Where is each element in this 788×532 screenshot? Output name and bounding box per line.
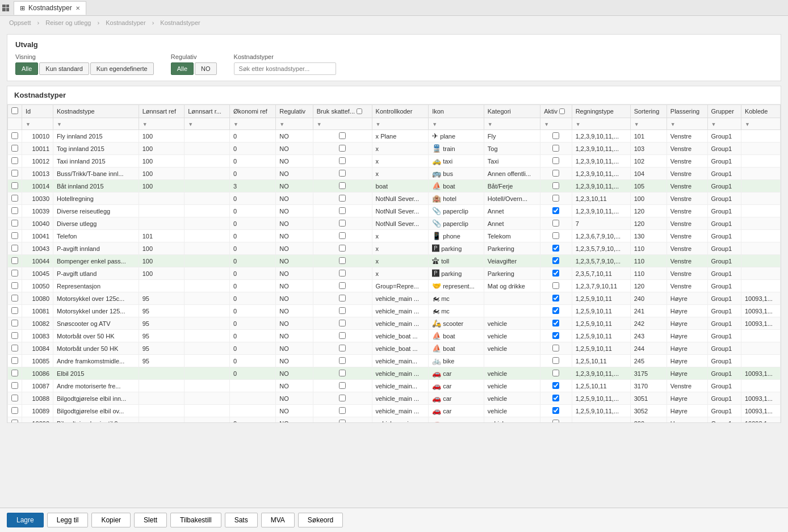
th-kategori[interactable]: Kategori <box>484 105 540 118</box>
row-bruk[interactable] <box>313 392 372 405</box>
table-row[interactable]: 10090 Bilgodtgjørelse inntil 9... 0 NO v… <box>8 417 781 423</box>
row-checkbox[interactable] <box>11 132 18 139</box>
select-all-checkbox[interactable] <box>11 107 18 114</box>
row-checkbox[interactable] <box>11 357 18 364</box>
row-checkbox-cell[interactable] <box>8 292 22 305</box>
row-checkbox[interactable] <box>11 170 18 177</box>
row-checkbox[interactable] <box>11 245 18 252</box>
btn-kun-egendefinerte[interactable]: Kun egendefinerte <box>90 62 154 75</box>
row-bruk[interactable] <box>313 192 372 205</box>
row-checkbox-cell[interactable] <box>8 242 22 255</box>
row-aktiv[interactable] <box>540 380 572 392</box>
th-plassering[interactable]: Plassering <box>667 105 707 118</box>
close-icon[interactable]: ✕ <box>76 5 80 11</box>
row-checkbox-cell[interactable] <box>8 392 22 405</box>
row-checkbox[interactable] <box>11 320 18 326</box>
table-row[interactable]: 10089 Bilgodtgjørelse elbil ov... NO veh… <box>8 405 781 417</box>
table-row[interactable]: 10088 Bilgodtgjørelse elbil inn... NO ve… <box>8 392 781 405</box>
th-regulativ[interactable]: Regulativ <box>276 105 313 118</box>
row-aktiv[interactable] <box>540 292 572 305</box>
row-checkbox-cell[interactable] <box>8 405 22 417</box>
row-checkbox-cell[interactable] <box>8 130 22 143</box>
btn-alle-reg[interactable]: Alle <box>171 62 194 75</box>
table-row[interactable]: 10011 Tog innland 2015 100 0 NO x 🚆 trai… <box>8 143 781 155</box>
row-checkbox-cell[interactable] <box>8 330 22 342</box>
table-row[interactable]: 10083 Motorbåt over 50 HK 95 0 NO vehicl… <box>8 330 781 342</box>
row-checkbox-cell[interactable] <box>8 280 22 292</box>
th-lonnsart-ref[interactable]: Lønnsart ref <box>139 105 185 118</box>
row-aktiv[interactable] <box>540 167 572 180</box>
th-kontrollkoder[interactable]: Kontrollkoder <box>372 105 429 118</box>
row-aktiv[interactable] <box>540 255 572 267</box>
row-checkbox-cell[interactable] <box>8 230 22 242</box>
search-input[interactable] <box>234 62 336 75</box>
row-bruk[interactable] <box>313 267 372 280</box>
row-bruk[interactable] <box>313 330 372 342</box>
row-aktiv[interactable] <box>540 367 572 380</box>
table-row[interactable]: 10010 Fly innland 2015 100 0 NO x Plane … <box>8 130 781 143</box>
row-bruk[interactable] <box>313 342 372 355</box>
row-checkbox[interactable] <box>11 145 18 152</box>
th-okonomi-ref[interactable]: Økonomi ref <box>230 105 276 118</box>
row-checkbox-cell[interactable] <box>8 342 22 355</box>
row-aktiv[interactable] <box>540 217 572 230</box>
row-aktiv[interactable] <box>540 305 572 317</box>
row-checkbox[interactable] <box>11 207 18 214</box>
table-row[interactable]: 10044 Bompenger enkel pass... 100 0 NO x… <box>8 255 781 267</box>
row-checkbox[interactable] <box>11 295 18 301</box>
row-bruk[interactable] <box>313 205 372 217</box>
row-checkbox[interactable] <box>11 232 18 239</box>
tab-kostnadstyper[interactable]: ⊞ Kostnadstyper ✕ <box>14 1 86 15</box>
table-row[interactable]: 10050 Representasjon 0 NO Group=Repre...… <box>8 280 781 292</box>
row-checkbox-cell[interactable] <box>8 255 22 267</box>
th-koblede[interactable]: Koblede <box>741 105 780 118</box>
table-row[interactable]: 10082 Snøscooter og ATV 95 0 NO vehicle_… <box>8 317 781 330</box>
row-aktiv[interactable] <box>540 355 572 367</box>
table-row[interactable]: 10040 Diverse utlegg 0 NO NotNull Sever.… <box>8 217 781 230</box>
row-bruk[interactable] <box>313 230 372 242</box>
table-row[interactable]: 10041 Telefon 101 0 NO x 📱 phone Telekom… <box>8 230 781 242</box>
row-checkbox-cell[interactable] <box>8 267 22 280</box>
table-row[interactable]: 10043 P-avgift innland 100 0 NO x 🅿 park… <box>8 242 781 255</box>
row-bruk[interactable] <box>313 305 372 317</box>
row-aktiv[interactable] <box>540 317 572 330</box>
table-row[interactable]: 10039 Diverse reiseutlegg 0 NO NotNull S… <box>8 205 781 217</box>
row-bruk[interactable] <box>313 355 372 367</box>
row-checkbox[interactable] <box>11 345 18 351</box>
row-aktiv[interactable] <box>540 280 572 292</box>
th-aktiv[interactable]: Aktiv <box>540 105 572 118</box>
row-checkbox[interactable] <box>11 157 18 164</box>
table-row[interactable]: 10084 Motorbåt under 50 HK 95 0 NO vehic… <box>8 342 781 355</box>
grid-menu-icon[interactable] <box>2 5 10 11</box>
row-aktiv[interactable] <box>540 180 572 192</box>
row-checkbox-cell[interactable] <box>8 180 22 192</box>
row-checkbox[interactable] <box>11 195 18 202</box>
th-grupper[interactable]: Grupper <box>707 105 741 118</box>
row-checkbox-cell[interactable] <box>8 305 22 317</box>
row-bruk[interactable] <box>313 130 372 143</box>
row-aktiv[interactable] <box>540 405 572 417</box>
table-row[interactable]: 10086 Elbil 2015 0 NO vehicle_main ... 🚗… <box>8 367 781 380</box>
btn-kun-standard[interactable]: Kun standard <box>39 62 89 75</box>
row-bruk[interactable] <box>313 180 372 192</box>
row-checkbox-cell[interactable] <box>8 143 22 155</box>
row-checkbox-cell[interactable] <box>8 417 22 423</box>
row-bruk[interactable] <box>313 242 372 255</box>
table-row[interactable]: 10014 Båt innland 2015 100 3 NO boat ⛵ b… <box>8 180 781 192</box>
row-checkbox-cell[interactable] <box>8 192 22 205</box>
row-bruk[interactable] <box>313 155 372 167</box>
row-bruk[interactable] <box>313 405 372 417</box>
row-bruk[interactable] <box>313 280 372 292</box>
breadcrumb-kostnadstyper1[interactable]: Kostnadstyper <box>106 19 145 26</box>
row-aktiv[interactable] <box>540 130 572 143</box>
row-checkbox[interactable] <box>11 282 18 289</box>
th-sortering[interactable]: Sortering <box>630 105 667 118</box>
btn-no[interactable]: NO <box>195 62 217 75</box>
row-checkbox-cell[interactable] <box>8 205 22 217</box>
breadcrumb-kostnadstyper2[interactable]: Kostnadstyper <box>160 19 200 26</box>
table-row[interactable]: 10013 Buss/Trikk/T-bane innl... 100 0 NO… <box>8 167 781 180</box>
row-bruk[interactable] <box>313 217 372 230</box>
th-regningstype[interactable]: Regningstype <box>572 105 630 118</box>
row-checkbox[interactable] <box>11 420 18 423</box>
row-aktiv[interactable] <box>540 242 572 255</box>
